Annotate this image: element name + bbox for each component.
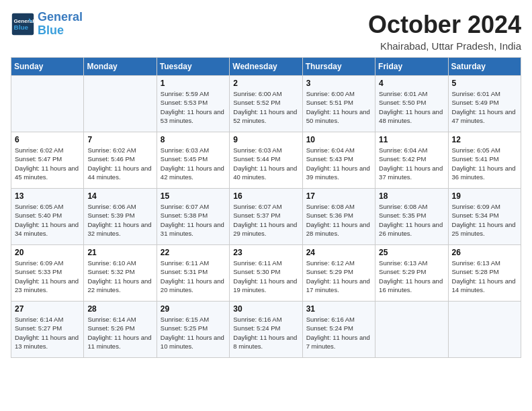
calendar-cell: 2Sunrise: 6:00 AM Sunset: 5:52 PM Daylig… xyxy=(230,76,302,132)
calendar-cell: 9Sunrise: 6:03 AM Sunset: 5:44 PM Daylig… xyxy=(230,132,302,189)
cell-info: Sunrise: 6:05 AM Sunset: 5:40 PM Dayligh… xyxy=(15,202,80,238)
column-header-thursday: Thursday xyxy=(302,58,375,76)
day-number: 26 xyxy=(452,248,517,257)
day-number: 28 xyxy=(87,304,152,314)
cell-info: Sunrise: 6:16 AM Sunset: 5:24 PM Dayligh… xyxy=(233,315,298,351)
cell-info: Sunrise: 6:15 AM Sunset: 5:25 PM Dayligh… xyxy=(161,315,226,351)
calendar-cell: 13Sunrise: 6:05 AM Sunset: 5:40 PM Dayli… xyxy=(11,189,84,245)
calendar-cell: 3Sunrise: 6:00 AM Sunset: 5:51 PM Daylig… xyxy=(302,76,375,132)
day-number: 18 xyxy=(379,191,444,201)
logo-text: GeneralBlue xyxy=(38,11,83,38)
day-number: 16 xyxy=(233,191,298,201)
cell-info: Sunrise: 6:13 AM Sunset: 5:28 PM Dayligh… xyxy=(452,259,517,294)
column-header-monday: Monday xyxy=(84,58,157,76)
calendar-week-5: 27Sunrise: 6:14 AM Sunset: 5:27 PM Dayli… xyxy=(11,302,521,358)
cell-info: Sunrise: 6:04 AM Sunset: 5:43 PM Dayligh… xyxy=(306,146,371,181)
calendar-cell xyxy=(448,302,521,358)
calendar-cell: 25Sunrise: 6:13 AM Sunset: 5:29 PM Dayli… xyxy=(375,245,448,302)
calendar-cell: 22Sunrise: 6:11 AM Sunset: 5:31 PM Dayli… xyxy=(157,245,229,302)
day-number: 14 xyxy=(87,191,152,201)
calendar-cell: 5Sunrise: 6:01 AM Sunset: 5:49 PM Daylig… xyxy=(448,76,521,132)
day-number: 20 xyxy=(15,248,80,257)
cell-info: Sunrise: 6:01 AM Sunset: 5:49 PM Dayligh… xyxy=(452,89,517,125)
day-number: 3 xyxy=(306,79,371,88)
svg-text:Blue: Blue xyxy=(14,24,29,31)
month-title: October 2024 xyxy=(368,11,521,39)
cell-info: Sunrise: 6:13 AM Sunset: 5:29 PM Dayligh… xyxy=(379,259,444,294)
column-header-saturday: Saturday xyxy=(448,58,521,76)
day-number: 19 xyxy=(452,191,517,201)
calendar-cell: 15Sunrise: 6:07 AM Sunset: 5:38 PM Dayli… xyxy=(157,189,229,245)
cell-info: Sunrise: 6:08 AM Sunset: 5:35 PM Dayligh… xyxy=(379,202,444,238)
day-number: 25 xyxy=(379,248,444,257)
cell-info: Sunrise: 6:00 AM Sunset: 5:52 PM Dayligh… xyxy=(233,89,298,125)
calendar-cell: 21Sunrise: 6:10 AM Sunset: 5:32 PM Dayli… xyxy=(84,245,157,302)
day-number: 22 xyxy=(161,248,226,257)
calendar-table: SundayMondayTuesdayWednesdayThursdayFrid… xyxy=(11,57,521,358)
day-number: 15 xyxy=(161,191,226,201)
calendar-cell: 27Sunrise: 6:14 AM Sunset: 5:27 PM Dayli… xyxy=(11,302,84,358)
cell-info: Sunrise: 6:03 AM Sunset: 5:44 PM Dayligh… xyxy=(233,146,298,181)
calendar-cell: 4Sunrise: 6:01 AM Sunset: 5:50 PM Daylig… xyxy=(375,76,448,132)
calendar-cell xyxy=(84,76,157,132)
calendar-week-1: 1Sunrise: 5:59 AM Sunset: 5:53 PM Daylig… xyxy=(11,76,521,132)
logo-icon: General Blue xyxy=(11,12,35,36)
day-number: 11 xyxy=(379,135,444,144)
cell-info: Sunrise: 6:11 AM Sunset: 5:31 PM Dayligh… xyxy=(161,259,226,294)
column-header-sunday: Sunday xyxy=(11,58,84,76)
calendar-cell: 16Sunrise: 6:07 AM Sunset: 5:37 PM Dayli… xyxy=(230,189,302,245)
day-number: 8 xyxy=(161,135,226,144)
calendar-week-2: 6Sunrise: 6:02 AM Sunset: 5:47 PM Daylig… xyxy=(11,132,521,189)
cell-info: Sunrise: 6:03 AM Sunset: 5:45 PM Dayligh… xyxy=(161,146,226,181)
calendar-cell: 23Sunrise: 6:11 AM Sunset: 5:30 PM Dayli… xyxy=(230,245,302,302)
calendar-cell: 10Sunrise: 6:04 AM Sunset: 5:43 PM Dayli… xyxy=(302,132,375,189)
calendar-cell xyxy=(375,302,448,358)
day-number: 5 xyxy=(452,79,517,88)
title-block: October 2024 Khairabad, Uttar Pradesh, I… xyxy=(368,11,521,52)
calendar-cell: 17Sunrise: 6:08 AM Sunset: 5:36 PM Dayli… xyxy=(302,189,375,245)
cell-info: Sunrise: 6:05 AM Sunset: 5:41 PM Dayligh… xyxy=(452,146,517,181)
cell-info: Sunrise: 6:08 AM Sunset: 5:36 PM Dayligh… xyxy=(306,202,371,238)
day-number: 7 xyxy=(87,135,152,144)
cell-info: Sunrise: 6:00 AM Sunset: 5:51 PM Dayligh… xyxy=(306,89,371,125)
calendar-cell: 7Sunrise: 6:02 AM Sunset: 5:46 PM Daylig… xyxy=(84,132,157,189)
day-number: 6 xyxy=(15,135,80,144)
cell-info: Sunrise: 6:02 AM Sunset: 5:46 PM Dayligh… xyxy=(87,146,152,181)
column-header-friday: Friday xyxy=(375,58,448,76)
day-number: 23 xyxy=(233,248,298,257)
day-number: 24 xyxy=(306,248,371,257)
cell-info: Sunrise: 6:09 AM Sunset: 5:33 PM Dayligh… xyxy=(15,259,80,294)
calendar-cell: 26Sunrise: 6:13 AM Sunset: 5:28 PM Dayli… xyxy=(448,245,521,302)
day-number: 10 xyxy=(306,135,371,144)
calendar-cell: 1Sunrise: 5:59 AM Sunset: 5:53 PM Daylig… xyxy=(157,76,229,132)
calendar-cell: 18Sunrise: 6:08 AM Sunset: 5:35 PM Dayli… xyxy=(375,189,448,245)
calendar-cell: 8Sunrise: 6:03 AM Sunset: 5:45 PM Daylig… xyxy=(157,132,229,189)
day-number: 9 xyxy=(233,135,298,144)
page-header: General Blue GeneralBlue October 2024 Kh… xyxy=(11,11,521,52)
calendar-cell: 30Sunrise: 6:16 AM Sunset: 5:24 PM Dayli… xyxy=(230,302,302,358)
day-number: 12 xyxy=(452,135,517,144)
cell-info: Sunrise: 5:59 AM Sunset: 5:53 PM Dayligh… xyxy=(161,89,226,125)
calendar-cell: 11Sunrise: 6:04 AM Sunset: 5:42 PM Dayli… xyxy=(375,132,448,189)
calendar-header-row: SundayMondayTuesdayWednesdayThursdayFrid… xyxy=(11,58,521,76)
logo: General Blue GeneralBlue xyxy=(11,11,83,38)
calendar-cell: 29Sunrise: 6:15 AM Sunset: 5:25 PM Dayli… xyxy=(157,302,229,358)
cell-info: Sunrise: 6:11 AM Sunset: 5:30 PM Dayligh… xyxy=(233,259,298,294)
day-number: 2 xyxy=(233,79,298,88)
cell-info: Sunrise: 6:04 AM Sunset: 5:42 PM Dayligh… xyxy=(379,146,444,181)
calendar-week-4: 20Sunrise: 6:09 AM Sunset: 5:33 PM Dayli… xyxy=(11,245,521,302)
calendar-cell: 19Sunrise: 6:09 AM Sunset: 5:34 PM Dayli… xyxy=(448,189,521,245)
cell-info: Sunrise: 6:07 AM Sunset: 5:38 PM Dayligh… xyxy=(161,202,226,238)
cell-info: Sunrise: 6:06 AM Sunset: 5:39 PM Dayligh… xyxy=(87,202,152,238)
day-number: 30 xyxy=(233,304,298,314)
calendar-cell xyxy=(11,76,84,132)
calendar-cell: 6Sunrise: 6:02 AM Sunset: 5:47 PM Daylig… xyxy=(11,132,84,189)
day-number: 29 xyxy=(161,304,226,314)
cell-info: Sunrise: 6:14 AM Sunset: 5:26 PM Dayligh… xyxy=(87,315,152,351)
day-number: 21 xyxy=(87,248,152,257)
cell-info: Sunrise: 6:07 AM Sunset: 5:37 PM Dayligh… xyxy=(233,202,298,238)
calendar-cell: 24Sunrise: 6:12 AM Sunset: 5:29 PM Dayli… xyxy=(302,245,375,302)
cell-info: Sunrise: 6:02 AM Sunset: 5:47 PM Dayligh… xyxy=(15,146,80,181)
day-number: 27 xyxy=(15,304,80,314)
calendar-cell: 12Sunrise: 6:05 AM Sunset: 5:41 PM Dayli… xyxy=(448,132,521,189)
